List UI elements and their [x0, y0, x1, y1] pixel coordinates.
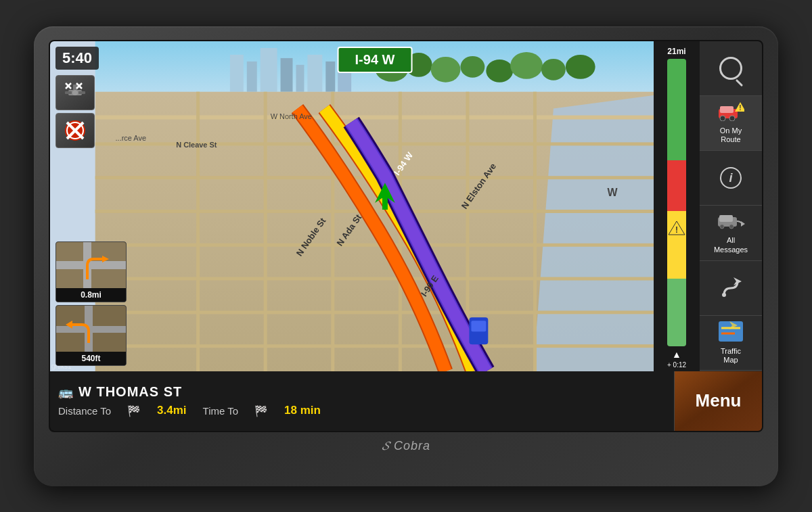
on-my-route-button[interactable]: ! On MyRoute [700, 96, 762, 151]
svg-rect-69 [720, 106, 734, 113]
svg-point-15 [541, 58, 566, 80]
search-button[interactable] [700, 41, 762, 96]
svg-text:!: ! [739, 104, 741, 112]
traffic-map-button[interactable]: TrafficMap [700, 316, 762, 371]
svg-point-13 [486, 59, 513, 82]
svg-text:!: ! [675, 225, 678, 235]
turn-previews: 0.8mi [55, 241, 127, 366]
turn-preview-map-2 [56, 306, 126, 352]
traffic-map-icon [719, 321, 743, 344]
svg-rect-81 [719, 321, 743, 342]
flag-icon-1: 🏁 [127, 404, 141, 417]
info-icon: i [720, 167, 742, 189]
svg-rect-47 [78, 91, 85, 94]
on-route-icon: ! [717, 102, 744, 124]
svg-rect-64 [56, 326, 126, 333]
flag-icon-2: 🏁 [254, 404, 268, 417]
svg-marker-78 [741, 221, 745, 227]
menu-button[interactable]: Menu [674, 371, 762, 431]
svg-text:W: W [608, 187, 618, 198]
screen: N Ada St N Noble St I-94 W I-90 E N Elst… [49, 40, 763, 432]
turn-preview-map-1 [56, 242, 126, 288]
svg-rect-7 [325, 61, 335, 91]
svg-point-16 [566, 54, 595, 78]
svg-rect-1 [230, 54, 244, 91]
turn-preview-label-2: 540ft [56, 352, 126, 365]
turn-preview-1: 0.8mi [55, 241, 127, 302]
street-icon: 🚌 [58, 385, 73, 400]
svg-rect-46 [65, 91, 72, 94]
map-roads-svg: N Ada St N Noble St I-94 W I-90 E N Elst… [50, 41, 700, 371]
svg-point-71 [729, 116, 735, 121]
svg-point-12 [460, 55, 484, 77]
satellite-btn[interactable] [55, 75, 95, 110]
svg-rect-23 [95, 277, 655, 280]
traffic-time-delta: + 0:12 [667, 361, 686, 369]
no-entry-btn[interactable] [55, 113, 95, 148]
svg-rect-6 [307, 54, 322, 91]
svg-point-76 [720, 225, 724, 229]
traffic-map-label: TrafficMap [721, 347, 741, 365]
svg-rect-18 [95, 115, 655, 119]
svg-text:𝓢 Cobra: 𝓢 Cobra [382, 439, 430, 452]
traffic-warning-seg: ! [667, 211, 686, 245]
turn-preview-2: 540ft [55, 305, 127, 366]
left-overlays [55, 75, 95, 148]
svg-rect-24 [95, 310, 655, 314]
screen-main: N Ada St N Noble St I-94 W I-90 E N Elst… [50, 41, 762, 371]
traffic-green-bot [667, 279, 686, 346]
time-display: 5:40 [55, 47, 99, 70]
gps-device: N Ada St N Noble St I-94 W I-90 E N Elst… [34, 26, 778, 486]
street-name-row: 🚌 W THOMAS ST [58, 384, 666, 400]
svg-rect-75 [719, 215, 733, 222]
svg-rect-27 [264, 91, 267, 371]
search-icon [719, 57, 742, 80]
svg-point-77 [729, 225, 734, 229]
on-route-label: On MyRoute [720, 126, 742, 144]
svg-point-79 [722, 293, 726, 297]
svg-rect-35 [382, 196, 388, 210]
svg-rect-22 [95, 243, 655, 246]
svg-point-11 [431, 56, 461, 82]
svg-point-70 [720, 116, 725, 121]
svg-point-49 [72, 90, 78, 95]
distance-time-row: Distance To 🏁 3.4mi Time To 🏁 18 min [58, 404, 666, 417]
svg-rect-5 [296, 64, 304, 91]
traffic-arrow: ▲ [672, 349, 681, 360]
brand-area: 𝓢 Cobra [365, 432, 447, 458]
all-messages-label: AllMessages [714, 236, 748, 254]
time-value: 18 min [284, 404, 321, 417]
right-sidebar: ! On MyRoute i [700, 41, 762, 371]
svg-rect-60 [56, 261, 126, 269]
svg-rect-3 [261, 47, 277, 91]
distance-value: 3.4mi [157, 404, 186, 417]
navigate-button[interactable] [700, 261, 762, 316]
traffic-yellow [667, 245, 686, 279]
svg-rect-33 [471, 321, 486, 331]
all-messages-button[interactable]: AllMessages [700, 206, 762, 260]
svg-text:N Cleave St: N Cleave St [176, 141, 217, 149]
distance-label: Distance To [58, 405, 111, 417]
traffic-red [667, 160, 686, 211]
traffic-bar-area: 21mi ! ▲ [654, 41, 700, 371]
svg-text:W North Ave: W North Ave [271, 112, 312, 120]
svg-rect-4 [281, 57, 293, 91]
navigate-icon [719, 275, 743, 302]
traffic-green-top [667, 59, 686, 160]
svg-rect-2 [247, 61, 257, 91]
status-bar: 🚌 W THOMAS ST Distance To 🏁 3.4mi Time T… [50, 371, 762, 431]
info-button[interactable]: i [700, 151, 762, 206]
svg-rect-25 [95, 344, 655, 348]
svg-rect-26 [196, 91, 200, 371]
svg-point-14 [510, 51, 543, 78]
all-messages-icon [717, 212, 745, 233]
turn-preview-label-1: 0.8mi [56, 288, 126, 302]
highway-sign: I-94 W [338, 47, 413, 73]
status-left: 🚌 W THOMAS ST Distance To 🏁 3.4mi Time T… [50, 371, 674, 431]
svg-rect-31 [533, 91, 537, 371]
street-name: W THOMAS ST [78, 384, 182, 400]
time-label: Time To [203, 405, 239, 417]
traffic-distance: 21mi [667, 47, 685, 56]
map-area: N Ada St N Noble St I-94 W I-90 E N Elst… [50, 41, 700, 371]
traffic-bar: ! [667, 59, 686, 346]
